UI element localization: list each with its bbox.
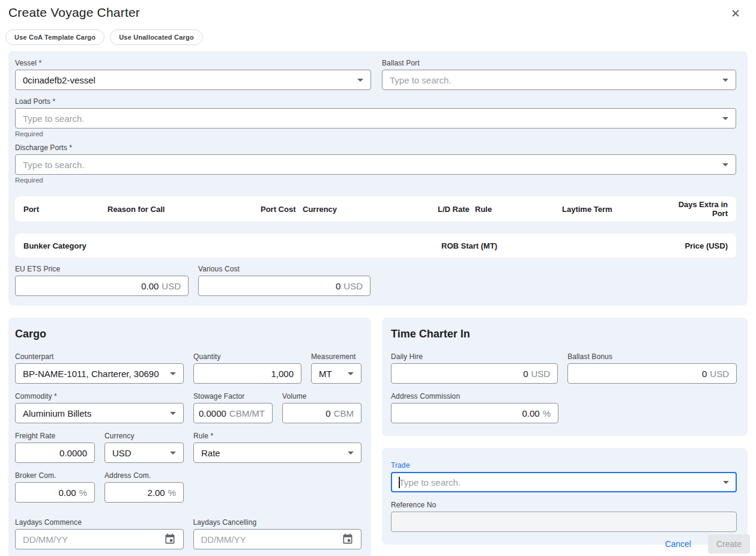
dialog-header: Create Voyage Charter ✕ — [0, 0, 756, 22]
commodity-label: Commodity * — [15, 392, 184, 400]
stowage-factor-value: 0.0000 — [199, 408, 226, 419]
create-voyage-charter-dialog: Create Voyage Charter ✕ Use CoA Template… — [0, 0, 756, 556]
various-cost-input[interactable]: 0 USD — [198, 276, 370, 296]
volume-label: Volume — [282, 392, 361, 400]
address-commission-label: Address Commission — [391, 392, 558, 400]
broker-com-input[interactable]: 0.00 % — [15, 482, 95, 503]
port-col-header: Port — [23, 205, 107, 214]
trade-panel: Trade Type to search. Reference No — [382, 448, 748, 545]
create-button[interactable]: Create — [708, 534, 750, 554]
ballast-bonus-input[interactable]: 0 USD — [567, 363, 737, 384]
load-ports-required-helper: Required — [15, 130, 736, 137]
discharge-ports-required-helper: Required — [15, 177, 736, 184]
ballast-port-field-group: Ballast Port Type to search. — [382, 59, 736, 90]
voyage-panel: Vessel * 0cinadefb2-vessel Ballast Port … — [8, 51, 748, 306]
ballast-port-input[interactable]: Type to search. — [382, 70, 736, 90]
right-column: Time Charter In Daily Hire 0 USD Ballast… — [382, 318, 748, 545]
chevron-down-icon — [348, 452, 354, 455]
commodity-field-group: Commodity * Aluminium Billets — [15, 392, 184, 423]
daily-hire-unit: USD — [531, 369, 551, 379]
volume-field-group: Volume 0 CBM — [282, 392, 361, 423]
calendar-icon[interactable] — [342, 533, 354, 545]
laydays-cancelling-placeholder: DD/MM/YY — [201, 534, 246, 545]
counterpart-select[interactable]: BP-NAME-1011, Charterer, 30690 — [15, 363, 184, 384]
counterpart-label: Counterpart — [15, 352, 184, 361]
rule-value: Rate — [201, 448, 220, 458]
discharge-ports-field-group: Discharge Ports * Type to search. Requir… — [15, 144, 736, 184]
commodity-value: Aluminium Billets — [23, 408, 91, 419]
quantity-value: 1,000 — [271, 369, 294, 379]
time-charter-in-panel: Time Charter In Daily Hire 0 USD Ballast… — [382, 318, 748, 436]
laydays-commence-field-group: Laydays Commence DD/MM/YY — [15, 518, 184, 549]
reason-for-call-col-header: Reason for Call — [107, 205, 261, 214]
vessel-label: Vessel * — [15, 59, 371, 67]
various-cost-value: 0 — [336, 281, 340, 291]
reference-no-input[interactable] — [391, 512, 737, 532]
laydays-commence-label: Laydays Commence — [15, 518, 184, 527]
laytime-term-col-header: Laytime Term — [562, 205, 670, 214]
load-ports-field-group: Load Ports * Type to search. Required — [15, 97, 736, 137]
close-icon[interactable]: ✕ — [728, 5, 743, 22]
measurement-label: Measurement — [311, 352, 361, 361]
laydays-cancelling-field-group: Laydays Cancelling DD/MM/YY — [193, 518, 362, 549]
address-commission-value: 0.00 — [522, 408, 539, 419]
discharge-ports-input[interactable]: Type to search. — [15, 154, 736, 175]
trade-field-group: Trade Type to search. — [391, 461, 737, 492]
chevron-down-icon — [170, 452, 176, 455]
page-title: Create Voyage Charter — [8, 5, 140, 20]
currency-col-header: Currency — [303, 205, 438, 214]
bunker-category-col-header: Bunker Category — [23, 241, 441, 250]
rule-select[interactable]: Rate — [193, 443, 361, 463]
counterpart-value: BP-NAME-1011, Charterer, 30690 — [23, 369, 159, 379]
ballast-port-placeholder: Type to search. — [390, 75, 452, 85]
stowage-factor-input[interactable]: 0.0000 CBM/MT — [193, 403, 273, 423]
vessel-value: 0cinadefb2-vessel — [23, 75, 95, 85]
daily-hire-input[interactable]: 0 USD — [391, 363, 558, 384]
trade-input[interactable]: Type to search. — [391, 472, 737, 492]
reference-no-field-group: Reference No — [391, 501, 737, 532]
cancel-button[interactable]: Cancel — [658, 534, 698, 554]
port-cost-col-header: Port Cost — [261, 205, 303, 214]
volume-unit: CBM — [334, 408, 354, 419]
eu-ets-price-unit: USD — [162, 281, 181, 291]
use-coa-template-cargo-button[interactable]: Use CoA Template Cargo — [5, 29, 104, 45]
rule-col-header: Rule — [475, 205, 562, 214]
laydays-cancelling-input[interactable]: DD/MM/YY — [193, 529, 362, 549]
eu-ets-price-value: 0.00 — [141, 281, 159, 291]
bunker-table-header: Bunker Category ROB Start (MT) Price (US… — [15, 234, 736, 258]
various-cost-field-group: Various Cost 0 USD — [198, 265, 370, 296]
volume-input[interactable]: 0 CBM — [282, 403, 361, 423]
measurement-select[interactable]: MT — [311, 363, 361, 384]
daily-hire-label: Daily Hire — [391, 352, 558, 361]
ballast-bonus-label: Ballast Bonus — [567, 352, 737, 361]
ballast-bonus-unit: USD — [710, 369, 729, 379]
cargo-section-title: Cargo — [15, 328, 361, 340]
time-charter-in-title: Time Charter In — [391, 328, 737, 340]
stowage-factor-field-group: Stowage Factor 0.0000 CBM/MT — [193, 392, 273, 423]
eu-ets-price-input[interactable]: 0.00 USD — [15, 276, 189, 296]
cargo-panel: Cargo Counterpart BP-NAME-1011, Chartere… — [8, 318, 371, 556]
vessel-select[interactable]: 0cinadefb2-vessel — [15, 70, 371, 90]
commodity-select[interactable]: Aluminium Billets — [15, 403, 184, 423]
quantity-input[interactable]: 1,000 — [193, 363, 301, 384]
calendar-icon[interactable] — [164, 533, 176, 545]
use-unallocated-cargo-button[interactable]: Use Unallocated Cargo — [110, 29, 203, 45]
chevron-down-icon — [722, 117, 728, 120]
discharge-ports-placeholder: Type to search. — [23, 160, 85, 170]
stowage-factor-unit: CBM/MT — [229, 408, 265, 419]
rule-label: Rule * — [193, 432, 361, 440]
ballast-port-label: Ballast Port — [382, 59, 736, 67]
freight-rate-input[interactable]: 0.0000 — [15, 443, 95, 463]
load-ports-input[interactable]: Type to search. — [15, 108, 736, 128]
ballast-bonus-field-group: Ballast Bonus 0 USD — [567, 352, 737, 384]
chevron-down-icon — [722, 79, 728, 82]
rule-field-group: Rule * Rate — [193, 432, 361, 463]
various-cost-label: Various Cost — [198, 265, 370, 273]
price-usd-col-header: Price (USD) — [685, 241, 728, 250]
broker-com-unit: % — [79, 488, 87, 498]
counterpart-field-group: Counterpart BP-NAME-1011, Charterer, 306… — [15, 352, 184, 384]
laydays-commence-input[interactable]: DD/MM/YY — [15, 529, 184, 549]
address-com-input[interactable]: 2.00 % — [104, 482, 184, 503]
currency-select[interactable]: USD — [104, 443, 184, 463]
address-commission-input[interactable]: 0.00 % — [391, 403, 558, 423]
